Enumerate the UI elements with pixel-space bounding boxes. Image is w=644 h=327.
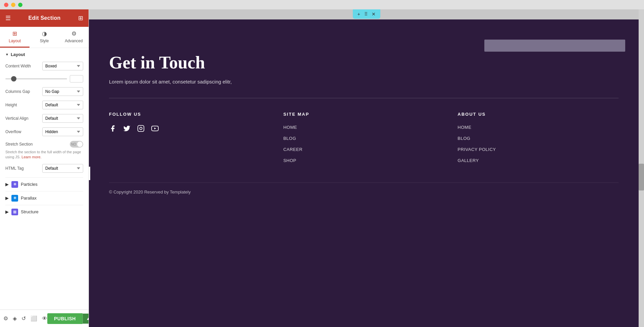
content-width-control: Boxed Full Width: [42, 62, 83, 70]
overflow-control: Hidden Visible: [42, 127, 83, 136]
tab-style-label: Style: [40, 39, 49, 43]
site-map-blog[interactable]: BLOG: [283, 136, 444, 141]
layers-icon[interactable]: ◈: [13, 315, 17, 322]
scrollbar[interactable]: [639, 9, 644, 327]
width-slider[interactable]: [5, 78, 67, 79]
columns-gap-label: Columns Gap: [5, 89, 42, 94]
instagram-icon[interactable]: [137, 125, 145, 134]
vertical-align-control: Default Top Middle: [42, 114, 83, 123]
tab-layout[interactable]: ⊞ Layout: [0, 27, 30, 48]
layout-section-label: Layout: [11, 52, 25, 57]
tab-advanced[interactable]: ⚙ Advanced: [59, 27, 89, 48]
canvas-top-bar: + ⠿ ✕: [353, 9, 380, 19]
stretch-section-toggle[interactable]: NO: [70, 141, 83, 148]
site-map-shop[interactable]: SHOP: [283, 158, 444, 163]
twitter-icon[interactable]: [123, 125, 130, 134]
about-us-home[interactable]: HOME: [458, 125, 619, 130]
scrollbar-thumb[interactable]: [639, 164, 644, 190]
panel-header: ☰ Edit Section ⊞: [0, 9, 89, 27]
follow-us-title: FOLLOW US: [109, 112, 270, 117]
columns-gap-select[interactable]: No Gap Default Small: [42, 87, 83, 96]
height-control: Default Fit to Screen: [42, 101, 83, 109]
width-slider-value[interactable]: [70, 75, 83, 83]
panel-tabs: ⊞ Layout ◑ Style ⚙ Advanced: [0, 27, 89, 48]
settings-icon[interactable]: ⚙: [3, 315, 8, 322]
parallax-arrow-icon: ▶: [5, 196, 9, 201]
parallax-icon: ❋: [11, 195, 18, 202]
footer-site-map: SITE MAP HOME BLOG CAREER SHOP: [283, 112, 444, 169]
vertical-align-row: Vertical Align Default Top Middle: [5, 114, 83, 123]
parallax-label: Parallax: [21, 196, 37, 201]
get-in-touch-section: Get in Touch Lorem ipsum dolor sit amet,…: [109, 33, 310, 98]
layout-section-header[interactable]: ▼ Layout: [5, 52, 83, 57]
svg-marker-2: [154, 127, 156, 129]
publish-group: PUBLISH ▲: [47, 313, 89, 324]
overflow-select[interactable]: Hidden Visible: [42, 127, 83, 136]
minimize-dot[interactable]: [11, 3, 15, 7]
site-map-home[interactable]: HOME: [283, 125, 444, 130]
height-select[interactable]: Default Fit to Screen: [42, 101, 83, 109]
publish-arrow-button[interactable]: ▲: [83, 314, 89, 324]
youtube-icon[interactable]: [151, 125, 159, 134]
vertical-align-select[interactable]: Default Top Middle: [42, 114, 83, 123]
stretch-toggle-text: NO: [70, 143, 76, 146]
parallax-section[interactable]: ▶ ❋ Parallax: [5, 191, 83, 205]
advanced-tab-icon: ⚙: [71, 30, 76, 37]
width-slider-row: [5, 75, 83, 83]
bottom-toolbar: ⚙ ◈ ↺ ⬜ 👁 PUBLISH ▲: [0, 310, 89, 327]
history-icon[interactable]: ↺: [21, 315, 26, 322]
tab-advanced-label: Advanced: [65, 39, 83, 43]
overflow-row: Overflow Hidden Visible: [5, 127, 83, 136]
footer-follow-us: FOLLOW US: [109, 112, 270, 169]
maximize-dot[interactable]: [18, 3, 22, 7]
grid-icon[interactable]: ⊞: [78, 14, 83, 22]
stretch-section-label: Stretch Section: [5, 142, 70, 147]
particles-icon: ❋: [11, 181, 18, 188]
get-in-touch-title: Get in Touch: [109, 53, 310, 72]
tab-style[interactable]: ◑ Style: [30, 27, 59, 48]
titlebar: [0, 0, 644, 9]
preview-divider: [109, 98, 619, 98]
content-width-select[interactable]: Boxed Full Width: [42, 62, 83, 70]
about-us-gallery[interactable]: GALLERY: [458, 158, 619, 163]
responsive-icon[interactable]: ⬜: [31, 315, 37, 322]
bottom-icons: ⚙ ◈ ↺ ⬜ 👁: [3, 315, 47, 322]
contact-input-area: [484, 40, 625, 52]
copyright-text: © Copyright 2020 Reserved by Templately: [109, 182, 619, 195]
close-dot[interactable]: [4, 3, 8, 7]
preview-section: ‹ Get in Touch Lorem ipsum dolor sit ame…: [89, 19, 639, 327]
particles-section[interactable]: ▶ ❋ Particles: [5, 177, 83, 191]
canvas-move-icon[interactable]: ⠿: [364, 11, 368, 17]
html-tag-control: Default header footer: [42, 164, 83, 173]
content-width-label: Content Width: [5, 64, 42, 68]
html-tag-select[interactable]: Default header footer: [42, 164, 83, 173]
columns-gap-control: No Gap Default Small: [42, 87, 83, 96]
about-us-blog[interactable]: BLOG: [458, 136, 619, 141]
html-tag-row: HTML Tag Default header footer: [5, 164, 83, 173]
panel-title: Edit Section: [28, 15, 60, 21]
canvas-add-icon[interactable]: +: [357, 11, 360, 17]
stretch-hint: Stretch the section to the full width of…: [5, 150, 83, 160]
vertical-align-label: Vertical Align: [5, 116, 42, 121]
preview-icon[interactable]: 👁: [42, 316, 47, 322]
structure-arrow-icon: ▶: [5, 209, 9, 214]
height-row: Height Default Fit to Screen: [5, 101, 83, 109]
svg-rect-0: [138, 125, 144, 131]
tab-layout-label: Layout: [9, 39, 21, 43]
about-us-privacy[interactable]: PRIVACY POLICY: [458, 147, 619, 152]
collapse-arrow[interactable]: ‹: [89, 167, 90, 180]
canvas-close-icon[interactable]: ✕: [372, 11, 376, 17]
site-map-career[interactable]: CAREER: [283, 147, 444, 152]
footer-section: FOLLOW US: [109, 112, 619, 182]
publish-button[interactable]: PUBLISH: [47, 313, 83, 324]
canvas-area: + ⠿ ✕ ‹ Get in Touch Lorem ipsum dolor s…: [89, 9, 644, 327]
height-label: Height: [5, 103, 42, 107]
panel-content: ▼ Layout Content Width Boxed Full Width: [0, 48, 89, 310]
hamburger-icon[interactable]: ☰: [5, 14, 11, 22]
facebook-icon[interactable]: [109, 125, 116, 134]
social-icons: [109, 125, 270, 134]
structure-section[interactable]: ▶ ▦ Structure: [5, 205, 83, 219]
footer-about-us: ABOUT US HOME BLOG PRIVACY POLICY GALLER…: [458, 112, 619, 169]
app-body: ☰ Edit Section ⊞ ⊞ Layout ◑ Style ⚙ Adva…: [0, 9, 644, 327]
learn-more-link[interactable]: Learn more.: [21, 155, 41, 159]
